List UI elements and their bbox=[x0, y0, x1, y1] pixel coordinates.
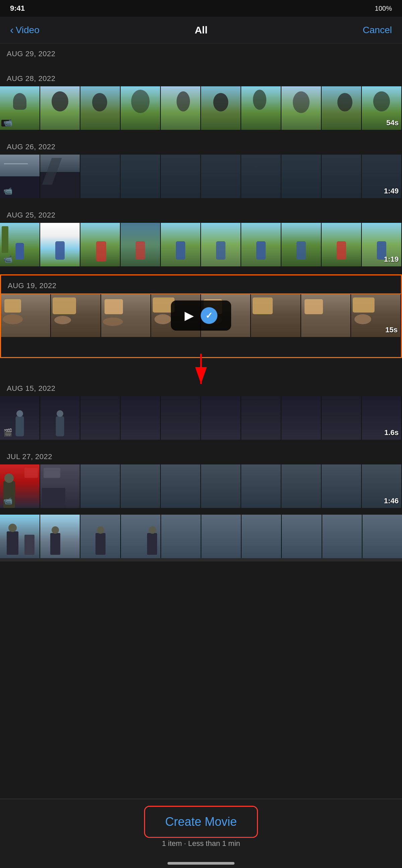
section-aug25: AUG 25, 2022 bbox=[0, 205, 402, 273]
section-aug15: AUG 15, 2022 🎬 1.6s bbox=[0, 378, 402, 446]
section-aug28: AUG 28, 2022 bbox=[0, 68, 402, 136]
status-bar: 9:41 100% bbox=[0, 0, 402, 17]
frame-cell bbox=[161, 223, 201, 266]
frame-cell bbox=[121, 396, 161, 440]
frame-cell bbox=[281, 86, 322, 130]
create-movie-label: Create Movie bbox=[165, 815, 237, 829]
frame-cell bbox=[201, 515, 241, 558]
duration-aug25: 1:19 bbox=[384, 255, 399, 264]
frame-cell bbox=[101, 294, 151, 337]
frame-cell bbox=[0, 515, 40, 558]
status-time: 9:41 bbox=[10, 4, 25, 13]
video-strip-more[interactable] bbox=[0, 515, 402, 561]
frame-cell bbox=[241, 396, 281, 440]
duration-aug15: 1.6s bbox=[384, 428, 399, 437]
check-icon: ✓ bbox=[205, 311, 213, 321]
video-strip-aug15[interactable]: 🎬 1.6s bbox=[0, 396, 402, 440]
cancel-button[interactable]: Cancel bbox=[363, 25, 392, 35]
frame-cell bbox=[281, 223, 322, 266]
camera-icon-aug28: 📹 bbox=[3, 119, 12, 127]
frame-cell bbox=[322, 223, 362, 266]
frame-cell bbox=[80, 86, 121, 130]
frame-cell bbox=[121, 515, 161, 558]
section-jul27: JUL 27, 2022 📹 1:46 bbox=[0, 446, 402, 515]
frame-cell bbox=[40, 86, 80, 130]
duration-aug26: 1:49 bbox=[384, 187, 399, 195]
frame-cell bbox=[80, 396, 121, 440]
frame-cell bbox=[80, 515, 121, 558]
frame-cell bbox=[40, 515, 80, 558]
frame-cell bbox=[241, 223, 281, 266]
frame-cell bbox=[201, 396, 241, 440]
frame-cell bbox=[80, 464, 121, 508]
frame-cell bbox=[363, 515, 402, 558]
section-aug26: AUG 26, 2022 📹 1:49 bbox=[0, 136, 402, 205]
video-strip-jul27[interactable]: 📹 1:46 bbox=[0, 464, 402, 508]
video-strip-aug28[interactable]: 📹 54s bbox=[0, 86, 402, 130]
frame-cell bbox=[201, 155, 241, 198]
frame-cell bbox=[281, 464, 322, 508]
frame-cell bbox=[80, 223, 121, 266]
section-aug19: AUG 19, 2022 bbox=[0, 274, 402, 358]
frame-cell bbox=[40, 223, 80, 266]
frame-cell bbox=[121, 155, 161, 198]
frame-cell bbox=[121, 86, 161, 130]
video-strip-aug25[interactable]: 📹 1:19 bbox=[0, 223, 402, 266]
frame-cell bbox=[301, 294, 351, 337]
frame-cell bbox=[322, 515, 363, 558]
frame-cell bbox=[40, 464, 80, 508]
back-label: Video bbox=[16, 25, 39, 35]
date-header-aug19: AUG 19, 2022 bbox=[1, 275, 401, 293]
frame-cell bbox=[241, 86, 281, 130]
video-strip-aug26[interactable]: 📹 1:49 bbox=[0, 155, 402, 198]
section-more bbox=[0, 515, 402, 561]
frame-cell bbox=[1, 294, 51, 337]
frame-cell bbox=[201, 86, 241, 130]
frame-cell bbox=[322, 396, 362, 440]
frame-cell bbox=[201, 223, 241, 266]
frame-cell bbox=[80, 155, 121, 198]
nav-header: ‹ Video All Cancel bbox=[0, 17, 402, 43]
date-header-aug29: AUG 29, 2022 bbox=[0, 43, 402, 62]
frame-cell bbox=[241, 155, 281, 198]
date-header-aug15: AUG 15, 2022 bbox=[0, 378, 402, 396]
frame-cell bbox=[282, 515, 322, 558]
video-recorder-icon-aug15: 🎬 bbox=[3, 428, 12, 437]
frame-cell bbox=[322, 155, 362, 198]
create-movie-container: Create Movie 1 item · Less than 1 min bbox=[0, 799, 402, 868]
date-header-aug25: AUG 25, 2022 bbox=[0, 205, 402, 223]
frame-cell bbox=[322, 86, 362, 130]
date-header-jul27: JUL 27, 2022 bbox=[0, 446, 402, 464]
frame-cell bbox=[322, 464, 362, 508]
play-icon: ▶ bbox=[184, 309, 194, 322]
frame-cell bbox=[161, 155, 201, 198]
video-strip-aug19[interactable]: 15s ▶ ✓ bbox=[1, 293, 401, 337]
frame-cell bbox=[51, 294, 101, 337]
camera-icon-aug26: 📹 bbox=[3, 187, 12, 195]
content-area: AUG 29, 2022 AUG 28, 2022 bbox=[0, 43, 402, 628]
frame-cell bbox=[241, 515, 282, 558]
frame-cell bbox=[201, 464, 241, 508]
create-movie-sublabel: 1 item · Less than 1 min bbox=[10, 839, 392, 848]
frame-cell bbox=[281, 155, 322, 198]
frame-cell bbox=[251, 294, 301, 337]
back-button[interactable]: ‹ Video bbox=[10, 24, 39, 36]
selected-section-bottom bbox=[1, 337, 401, 357]
home-indicator bbox=[168, 862, 234, 865]
duration-jul27: 1:46 bbox=[384, 497, 399, 505]
camera-icon-jul27: 📹 bbox=[3, 497, 12, 505]
duration-aug28: 54s bbox=[386, 119, 399, 127]
create-movie-button[interactable]: Create Movie bbox=[144, 806, 258, 838]
frame-cell bbox=[121, 223, 161, 266]
play-check-overlay[interactable]: ▶ ✓ bbox=[171, 301, 231, 331]
frame-cell bbox=[161, 86, 201, 130]
frame-cell bbox=[241, 464, 281, 508]
check-circle: ✓ bbox=[201, 307, 218, 324]
frame-cell bbox=[161, 464, 201, 508]
frame-cell bbox=[281, 396, 322, 440]
date-header-aug26: AUG 26, 2022 bbox=[0, 136, 402, 155]
frame-cell bbox=[40, 155, 80, 198]
frame-cell bbox=[121, 464, 161, 508]
frame-cell bbox=[161, 515, 201, 558]
frame-cell bbox=[161, 396, 201, 440]
